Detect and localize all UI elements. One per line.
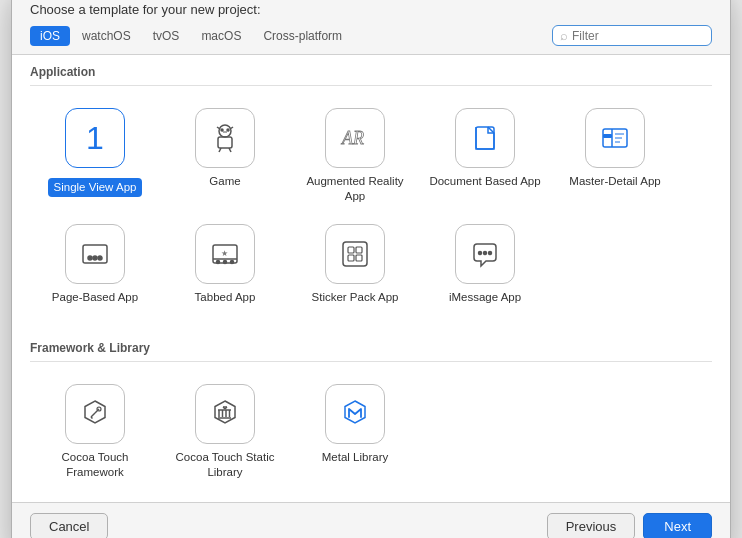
dialog-footer: Cancel Previous Next <box>12 503 730 538</box>
game-label: Game <box>209 174 240 189</box>
svg-point-23 <box>217 261 220 264</box>
search-icon: ⌕ <box>560 28 568 43</box>
svg-point-18 <box>88 256 92 260</box>
section-header-application: Application <box>30 55 712 86</box>
svg-rect-29 <box>356 247 362 253</box>
application-grid: 1 Single View App <box>30 90 712 327</box>
cocoa-touch-framework-icon <box>65 384 125 444</box>
cocoa-touch-static-library-label: Cocoa Touch Static Library <box>168 450 282 480</box>
imessage-app-icon <box>455 224 515 284</box>
svg-rect-30 <box>348 255 354 261</box>
page-based-app-label: Page-Based App <box>52 290 138 305</box>
ar-app-label: Augmented Reality App <box>298 174 412 204</box>
single-view-app-icon: 1 <box>65 108 125 168</box>
tab-macos[interactable]: macOS <box>191 26 251 46</box>
template-game[interactable]: Game <box>160 98 290 214</box>
filter-input-wrap: ⌕ <box>552 25 712 46</box>
svg-point-34 <box>489 252 492 255</box>
game-icon <box>195 108 255 168</box>
template-imessage-app[interactable]: iMessage App <box>420 214 550 315</box>
framework-grid: Cocoa Touch Framework <box>30 366 712 502</box>
tabbed-app-icon: ★ <box>195 224 255 284</box>
template-single-view-app[interactable]: 1 Single View App <box>30 98 160 214</box>
content-area: Application 1 Single View App <box>12 54 730 503</box>
svg-point-20 <box>98 256 102 260</box>
svg-rect-31 <box>356 255 362 261</box>
svg-line-39 <box>91 417 93 419</box>
svg-point-6 <box>221 129 223 131</box>
svg-text:★: ★ <box>221 249 228 258</box>
svg-rect-3 <box>218 137 232 148</box>
master-detail-app-icon <box>585 108 645 168</box>
template-master-detail-app[interactable]: Master-Detail App <box>550 98 680 214</box>
svg-point-25 <box>231 261 234 264</box>
document-based-app-label: Document Based App <box>429 174 540 189</box>
svg-point-33 <box>484 252 487 255</box>
section-header-framework: Framework & Library <box>30 331 712 362</box>
svg-point-7 <box>227 129 229 131</box>
document-based-app-icon <box>455 108 515 168</box>
filter-input[interactable] <box>572 29 692 43</box>
imessage-app-label: iMessage App <box>449 290 521 305</box>
metal-library-label: Metal Library <box>322 450 388 465</box>
filter-wrap: ⌕ <box>552 25 712 46</box>
page-based-app-icon <box>65 224 125 284</box>
previous-button[interactable]: Previous <box>547 513 636 538</box>
template-tabbed-app[interactable]: ★ Tabbed App <box>160 214 290 315</box>
svg-rect-27 <box>343 242 367 266</box>
ar-app-icon: AR <box>325 108 385 168</box>
svg-rect-28 <box>348 247 354 253</box>
single-view-app-label: Single View App <box>48 178 143 197</box>
svg-line-36 <box>91 413 95 417</box>
tab-watchos[interactable]: watchOS <box>72 26 141 46</box>
svg-point-19 <box>93 256 97 260</box>
cocoa-touch-framework-label: Cocoa Touch Framework <box>38 450 152 480</box>
tab-ios[interactable]: iOS <box>30 26 70 46</box>
dialog-title: Choose a template for your new project: <box>12 0 730 25</box>
svg-marker-40 <box>215 401 235 423</box>
metal-library-icon <box>325 384 385 444</box>
tab-tvos[interactable]: tvOS <box>143 26 190 46</box>
sticker-pack-app-icon <box>325 224 385 284</box>
svg-marker-50 <box>345 401 365 423</box>
template-cocoa-touch-framework[interactable]: Cocoa Touch Framework <box>30 374 160 490</box>
project-template-dialog: Choose a template for your new project: … <box>11 0 731 538</box>
template-document-based-app[interactable]: Document Based App <box>420 98 550 214</box>
next-button[interactable]: Next <box>643 513 712 538</box>
template-cocoa-touch-static-library[interactable]: Cocoa Touch Static Library <box>160 374 290 490</box>
sticker-pack-app-label: Sticker Pack App <box>312 290 399 305</box>
template-sticker-pack-app[interactable]: Sticker Pack App <box>290 214 420 315</box>
template-ar-app[interactable]: AR Augmented Reality App <box>290 98 420 214</box>
cocoa-touch-static-library-icon <box>195 384 255 444</box>
master-detail-app-label: Master-Detail App <box>569 174 660 189</box>
tab-crossplatform[interactable]: Cross-platform <box>253 26 352 46</box>
svg-point-32 <box>479 252 482 255</box>
template-metal-library[interactable]: Metal Library <box>290 374 420 490</box>
cancel-button[interactable]: Cancel <box>30 513 108 538</box>
tabbed-app-label: Tabbed App <box>195 290 256 305</box>
svg-rect-16 <box>603 134 612 138</box>
svg-point-24 <box>224 261 227 264</box>
svg-text:AR: AR <box>341 128 364 148</box>
template-page-based-app[interactable]: Page-Based App <box>30 214 160 315</box>
tab-bar: iOS watchOS tvOS macOS Cross-platform ⌕ <box>12 25 730 54</box>
